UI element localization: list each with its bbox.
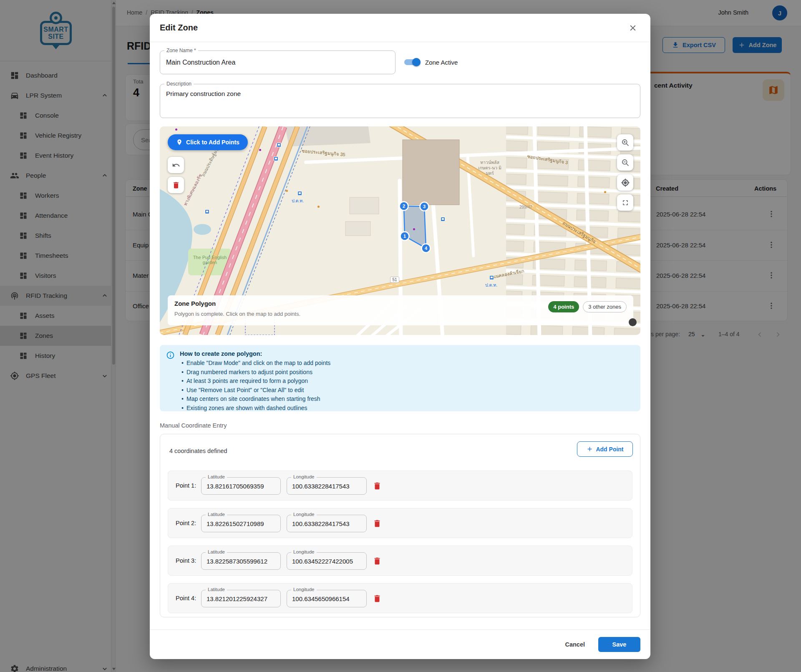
longitude-field[interactable]: Longitude [287, 590, 367, 607]
fullscreen-icon [621, 199, 630, 207]
longitude-input[interactable] [287, 553, 366, 569]
click-to-add-points-button[interactable]: Click to Add Points [168, 134, 248, 150]
add-point-button[interactable]: Add Point [577, 441, 633, 457]
zoom-out-icon [621, 159, 630, 167]
map-attribution-toggle[interactable] [629, 318, 637, 326]
map-label-garden: The Pud English garden [192, 255, 227, 265]
zone-name-field[interactable]: Zone Name * [160, 50, 395, 74]
locate-button[interactable] [617, 174, 633, 191]
description-field[interactable]: Description Primary construction zone [160, 84, 640, 118]
poi-dot [259, 149, 261, 151]
instructions-title: How to create zone polygon: [180, 350, 634, 357]
zone-active-toggle-wrap: Zone Active [404, 55, 458, 70]
zone-polygon-title: Zone Polygon [174, 300, 300, 307]
map-label-gas-station2: ป.ต.ท. [485, 282, 497, 289]
location-pin-icon [176, 139, 183, 146]
locate-target-icon [621, 179, 630, 187]
svg-text:4: 4 [425, 246, 428, 251]
delete-point-button[interactable] [373, 519, 382, 528]
instructions-list: Enable "Draw Mode" and click on the map … [180, 359, 634, 413]
modal-header: Edit Zone [150, 14, 650, 42]
latitude-field[interactable]: Latitude [201, 590, 281, 607]
point-row-1: Point 1: Latitude Longitude [168, 471, 632, 501]
poi-dot [286, 190, 288, 192]
longitude-input[interactable] [287, 515, 366, 532]
zone-map[interactable]: 2 3 1 4 ซอยประเสริฐมนูกิจ 35 ซอยประเสริฐ… [160, 126, 640, 335]
bus-stop-icon [205, 209, 209, 214]
other-zones-badge: 3 other zones [583, 301, 627, 312]
coordinates-panel: 4 coordinates defined Add Point Point 1:… [160, 434, 640, 617]
bus-stop-icon [277, 143, 281, 147]
poi-dot [317, 206, 320, 208]
delete-point-button[interactable] [373, 594, 382, 603]
poi-dot [604, 191, 606, 193]
zone-active-label: Zone Active [425, 59, 458, 66]
undo-icon [172, 161, 180, 169]
latitude-input[interactable] [202, 478, 280, 494]
longitude-input[interactable] [287, 478, 366, 494]
latitude-field[interactable]: Latitude [201, 552, 281, 570]
zoom-in-icon [621, 138, 630, 147]
svg-text:3: 3 [423, 204, 426, 209]
poi-dot [413, 228, 415, 230]
poi-dot [175, 128, 177, 131]
description-label: Description [164, 81, 194, 87]
delete-point-button[interactable] [373, 481, 382, 491]
modal-footer: Cancel Save [150, 629, 650, 659]
info-icon [166, 351, 175, 360]
longitude-field[interactable]: Longitude [287, 477, 367, 495]
longitude-field[interactable]: Longitude [287, 552, 367, 570]
description-value: Primary construction zone [160, 84, 640, 103]
map-label-gas-station: ป.ต.ท. [292, 197, 304, 204]
longitude-input[interactable] [287, 590, 366, 607]
latitude-input[interactable] [202, 515, 280, 532]
zoom-in-button[interactable] [617, 134, 633, 151]
points-count-badge: 4 points [548, 301, 579, 312]
latitude-field[interactable]: Latitude [201, 477, 281, 495]
clear-all-button[interactable] [168, 177, 184, 193]
undo-button[interactable] [168, 157, 184, 173]
bus-stop-icon [274, 156, 278, 161]
modal-title: Edit Zone [160, 23, 198, 33]
map-label-town: ทาวน์พลัส เกษตร-นว มินทร์ [476, 160, 504, 176]
delete-point-button[interactable] [373, 556, 382, 566]
zone-name-label: Zone Name * [164, 48, 198, 53]
fullscreen-button[interactable] [617, 194, 633, 211]
svg-text:1: 1 [403, 234, 406, 239]
zone-active-toggle[interactable] [404, 59, 419, 65]
gas-station-icon [297, 191, 302, 196]
point-row-4: Point 4: Latitude Longitude [168, 583, 632, 613]
modal-body: Zone Name * Zone Active Description Prim… [150, 42, 650, 629]
point-row-2: Point 2: Latitude Longitude [168, 508, 632, 538]
manual-coordinate-entry-label: Manual Coordinate Entry [160, 422, 640, 429]
latitude-input[interactable] [202, 590, 280, 607]
instructions-box: How to create zone polygon: Enable "Draw… [160, 345, 640, 411]
map-tan-building [403, 140, 459, 205]
save-button[interactable]: Save [598, 637, 640, 652]
close-button[interactable] [626, 21, 640, 35]
close-icon [628, 23, 637, 33]
svg-text:2: 2 [403, 204, 405, 209]
zone-name-input[interactable] [160, 51, 395, 74]
zone-polygon-panel: Zone Polygon Polygon is complete. Click … [168, 295, 633, 325]
bus-stop-icon [441, 217, 445, 221]
map-label-address: 299/47 [519, 205, 532, 209]
latitude-input[interactable] [202, 553, 280, 569]
edit-zone-modal: Edit Zone Zone Name * Zone Active Descri… [150, 14, 650, 659]
zone-polygon-status: Polygon is complete. Click on the map to… [174, 311, 300, 317]
latitude-field[interactable]: Latitude [201, 515, 281, 532]
point-row-3: Point 3: Latitude Longitude [168, 546, 632, 576]
route-shield-51: 51 [390, 277, 399, 283]
plus-icon [586, 445, 593, 453]
gas-station-icon [489, 275, 494, 280]
cancel-button[interactable]: Cancel [559, 637, 591, 652]
longitude-field[interactable]: Longitude [287, 515, 367, 532]
zoom-out-button[interactable] [617, 154, 633, 171]
coordinates-count: 4 coordinates defined [169, 448, 227, 454]
trash-icon [172, 181, 180, 189]
